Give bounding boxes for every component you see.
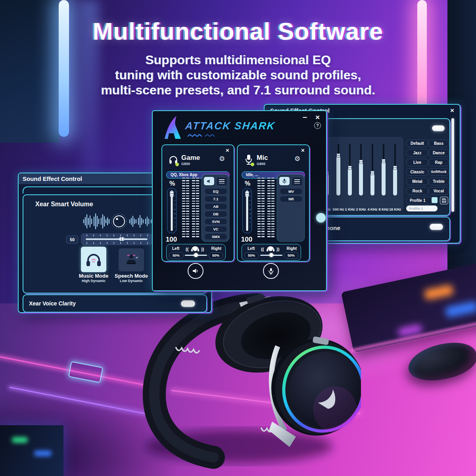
balance-thumb[interactable] xyxy=(194,253,198,257)
device-name: G800 xyxy=(257,162,265,166)
device-name: G800 xyxy=(181,162,190,166)
eq-slider[interactable]: 4 KHz xyxy=(369,144,376,196)
preset-rock[interactable]: Rock xyxy=(406,187,428,195)
input-mode-button[interactable] xyxy=(279,177,290,185)
eq-slider-fill xyxy=(336,156,340,196)
save-profile-button[interactable] xyxy=(440,197,448,204)
mic-icon xyxy=(268,268,274,274)
music-mode-label: Music Mode xyxy=(75,273,113,279)
minimize-icon[interactable]: – xyxy=(303,113,307,121)
help-icon[interactable]: ? xyxy=(314,122,321,129)
keyboard-rgb-blue xyxy=(445,301,476,317)
preset-metal[interactable]: Metal xyxy=(406,178,428,185)
speaker-mute-button[interactable] xyxy=(188,263,203,279)
music-mode-thumbnail[interactable] xyxy=(81,247,106,272)
keyboard-rgb-blue xyxy=(34,451,52,456)
keyboard-rgb-green xyxy=(12,437,28,443)
volume-slider-thumb[interactable] xyxy=(169,190,175,198)
right-label: Right xyxy=(286,246,297,251)
wave-left-glyph: (( xyxy=(261,247,264,251)
preset-bass[interactable]: Bass xyxy=(428,140,449,147)
wave-right-glyph: )) xyxy=(276,247,279,251)
microphone-toggle[interactable] xyxy=(430,224,443,230)
preset-default[interactable]: Default xyxy=(406,140,428,147)
speech-mode-thumbnail[interactable] xyxy=(119,248,144,271)
left-balance-value: 50% xyxy=(244,252,259,259)
waveform-knob-graphic xyxy=(82,212,160,231)
close-icon[interactable]: × xyxy=(226,147,229,153)
smart-volume-value: 50 xyxy=(66,236,78,244)
preset-treble[interactable]: Treble xyxy=(428,178,449,185)
eq-slider[interactable]: 2 KHz xyxy=(357,144,365,196)
channel-title: Game xyxy=(181,154,200,162)
eq-slider-thumb[interactable] xyxy=(380,157,387,166)
brand-squiggle xyxy=(187,133,234,138)
profile-label[interactable]: Profile 1 xyxy=(406,197,433,204)
eq-slider-thumb[interactable] xyxy=(392,164,398,173)
dsp-button-db[interactable]: DB xyxy=(204,211,227,217)
volume-slider[interactable] xyxy=(242,188,252,233)
subtitle-line-3: multi-scene presets, and 7.1 surround so… xyxy=(0,83,476,98)
dsp-button-svn[interactable]: SVN xyxy=(204,218,227,225)
preset-rap[interactable]: Rap xyxy=(428,159,449,166)
slider-thumb[interactable] xyxy=(117,236,126,242)
close-icon[interactable]: × xyxy=(450,107,454,114)
eq-slider-thumb[interactable] xyxy=(369,169,376,178)
profile-name-input[interactable] xyxy=(406,205,438,211)
window-attack-shark: – × ? ATTACK SHARK × Game G800 ⚙ Q xyxy=(152,110,327,291)
percent-label: % xyxy=(169,180,175,187)
preset-jazz[interactable]: Jazz xyxy=(406,149,428,157)
eq-slider[interactable]: 16 KHz xyxy=(391,144,399,196)
preset-vocal[interactable]: Vocal xyxy=(428,187,449,195)
balance-thumb[interactable] xyxy=(269,253,273,257)
music-mode-headphones-icon xyxy=(85,251,102,267)
smart-volume-slider[interactable] xyxy=(81,233,152,245)
eq-slider[interactable]: 8 KHz xyxy=(380,144,388,196)
voice-clarity-toggle[interactable] xyxy=(181,300,195,307)
save-icon xyxy=(442,198,446,203)
mic-mute-button[interactable] xyxy=(263,263,279,279)
voice-clarity-panel: Xear Voice Clarity xyxy=(23,294,207,313)
eq-slider-thumb[interactable] xyxy=(347,164,353,173)
volume-slider[interactable] xyxy=(167,188,177,233)
right-balance-value: 50% xyxy=(209,252,223,259)
level-meter xyxy=(261,178,265,239)
eq-slider[interactable]: 500 Hz xyxy=(334,144,342,196)
dsp-button-vc[interactable]: VC xyxy=(204,226,227,232)
preset-classic[interactable]: Classic xyxy=(406,168,428,176)
preset-dance[interactable]: Dance xyxy=(428,149,449,157)
dsp-button-ab[interactable]: AB xyxy=(204,203,227,210)
dsp-button-eq[interactable]: EQ xyxy=(204,188,227,195)
left-label: Left xyxy=(248,246,255,251)
preset-softrock[interactable]: SoftRock xyxy=(428,168,449,176)
volume-knob[interactable] xyxy=(113,216,125,227)
mic-channel-card: × Mic G800 ⚙ Idle, ... % 100 xyxy=(237,144,310,262)
headset-photo xyxy=(138,291,361,469)
dsp-button-nr[interactable]: NR xyxy=(280,196,303,202)
speech-mode-speaker-icon xyxy=(123,252,140,268)
sliders-icon xyxy=(219,179,225,184)
output-mode-button[interactable] xyxy=(204,177,214,185)
gear-icon[interactable]: ⚙ xyxy=(219,155,225,163)
right-label: Right xyxy=(211,246,221,251)
eq-slider-fill xyxy=(359,162,363,196)
mixer-button[interactable] xyxy=(292,177,303,186)
dsp-button-smx[interactable]: SMX xyxy=(204,233,227,240)
mixer-button[interactable] xyxy=(216,177,227,186)
eq-slider[interactable]: 1 KHz xyxy=(346,144,354,196)
eq-slider-thumb[interactable] xyxy=(358,158,364,167)
scrollbar[interactable] xyxy=(451,118,454,212)
game-channel-card: × Game G800 ⚙ QQ, Xbox App % 100 xyxy=(161,144,234,262)
profile-color-swatch[interactable] xyxy=(432,197,438,203)
preset-live[interactable]: Live xyxy=(406,159,428,166)
eq-slider-thumb[interactable] xyxy=(335,152,342,160)
volume-slider-thumb[interactable] xyxy=(244,190,250,198)
close-icon[interactable]: × xyxy=(315,113,320,121)
dsp-button-mv[interactable]: MV xyxy=(280,188,303,195)
dsp-button-71[interactable]: 7.1 xyxy=(204,196,227,202)
section-badge[interactable] xyxy=(316,213,326,223)
close-icon[interactable]: × xyxy=(301,147,305,153)
eq-enable-toggle[interactable] xyxy=(432,125,445,131)
smart-volume-label: Xear Smart Volume xyxy=(35,201,93,208)
gear-icon[interactable]: ⚙ xyxy=(294,155,300,163)
